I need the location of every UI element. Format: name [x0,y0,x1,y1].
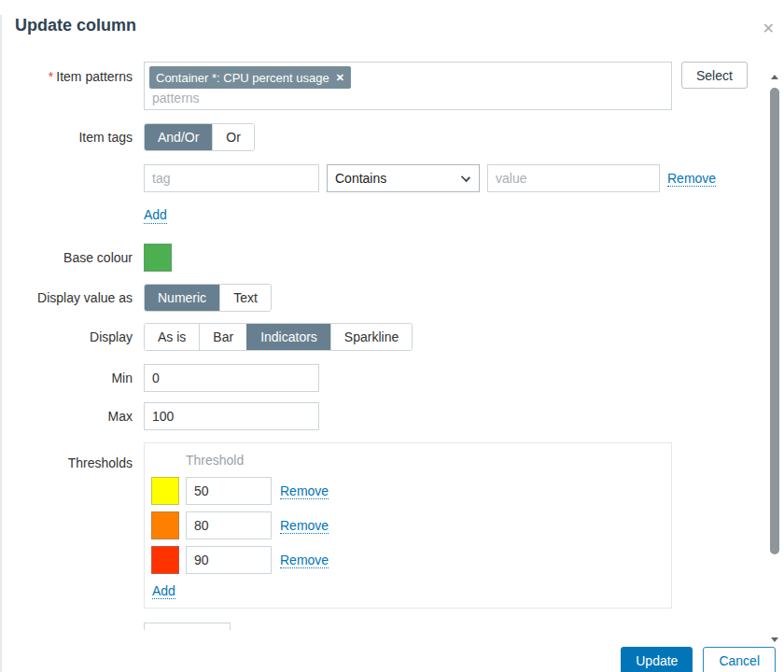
threshold-remove-link[interactable]: Remove [280,483,329,499]
threshold-value-input[interactable] [186,546,272,574]
update-column-dialog: Update column ✕ *Item patterns Container… [0,15,784,672]
threshold-add-link[interactable]: Add [152,583,175,599]
segment-indicators[interactable]: Indicators [246,324,330,350]
item-tags-row: Item tags And/Or Or [2,123,784,151]
display-label: Display [2,323,133,351]
scrollbar[interactable] [768,69,781,648]
item-patterns-multiselect[interactable]: Container *: CPU percent usage ✕ [144,62,672,110]
update-button[interactable]: Update [621,647,693,672]
threshold-colour-swatch[interactable] [151,477,179,505]
item-tags-evaltype-segments: And/Or Or [144,123,255,151]
tag-add-link[interactable]: Add [144,207,167,224]
item-pattern-chip: Container *: CPU percent usage ✕ [149,66,351,89]
clipped-next-field-row [2,623,784,630]
thresholds-fieldset: Threshold Remove Remove Remo [144,442,672,609]
chevron-down-icon [461,173,470,182]
display-value-as-label: Display value as [2,284,133,312]
base-colour-row: Base colour [2,244,784,272]
item-patterns-row: *Item patterns Container *: CPU percent … [2,62,784,110]
tag-remove-link[interactable]: Remove [667,171,716,187]
tag-filter-row: Contains Remove [2,164,784,192]
threshold-column-header: Threshold [186,453,664,468]
threshold-remove-link[interactable]: Remove [280,553,329,568]
scrollbar-down-arrow-icon[interactable] [771,637,778,642]
base-colour-swatch[interactable] [144,244,172,272]
thresholds-row: Thresholds Threshold Remove Remove [2,442,784,609]
min-input[interactable] [144,364,319,392]
clipped-next-field[interactable] [144,623,231,630]
base-colour-label: Base colour [2,244,133,272]
segment-bar[interactable]: Bar [199,324,246,350]
item-patterns-label: *Item patterns [2,62,133,86]
threshold-value-input[interactable] [186,511,272,539]
segment-and-or[interactable]: And/Or [145,124,212,150]
item-pattern-chip-label: Container *: CPU percent usage [156,71,329,85]
min-row: Min [2,364,784,392]
chip-remove-icon[interactable]: ✕ [336,72,344,84]
tag-operator-value: Contains [335,171,386,186]
segment-numeric[interactable]: Numeric [145,285,219,311]
display-row: Display As is Bar Indicators Sparkline [2,323,784,351]
scrollbar-thumb[interactable] [770,88,779,554]
display-value-as-row: Display value as Numeric Text [2,284,784,312]
scrollbar-up-arrow-icon[interactable] [771,75,778,79]
max-input[interactable] [144,402,319,430]
segment-text[interactable]: Text [219,285,271,311]
dialog-title: Update column [15,15,756,35]
threshold-row: Remove [151,546,664,574]
max-row: Max [2,402,784,430]
threshold-row: Remove [151,477,664,505]
thresholds-label: Thresholds [2,442,133,472]
cancel-button[interactable]: Cancel [703,647,776,672]
required-asterisk: * [49,69,53,84]
tag-operator-select[interactable]: Contains [327,164,480,192]
threshold-value-input[interactable] [186,477,272,505]
segment-as-is[interactable]: As is [145,324,199,350]
tag-add-row: Add [2,207,784,224]
max-label: Max [2,402,133,430]
tag-name-input[interactable] [144,164,319,192]
threshold-colour-swatch[interactable] [151,511,179,539]
segment-sparkline[interactable]: Sparkline [330,324,412,350]
dialog-body: *Item patterns Container *: CPU percent … [2,62,784,630]
threshold-remove-link[interactable]: Remove [280,518,329,534]
segment-or[interactable]: Or [212,124,254,150]
min-label: Min [2,364,133,392]
threshold-row: Remove [151,511,664,539]
display-segments: As is Bar Indicators Sparkline [144,323,413,351]
display-value-as-segments: Numeric Text [144,284,272,312]
item-tags-label: Item tags [2,123,133,151]
dialog-footer: Update Cancel [621,647,776,672]
threshold-colour-swatch[interactable] [151,546,179,574]
close-icon[interactable]: ✕ [763,21,775,37]
item-patterns-input[interactable] [152,91,432,105]
tag-value-input[interactable] [487,164,660,192]
select-button[interactable]: Select [681,62,748,89]
